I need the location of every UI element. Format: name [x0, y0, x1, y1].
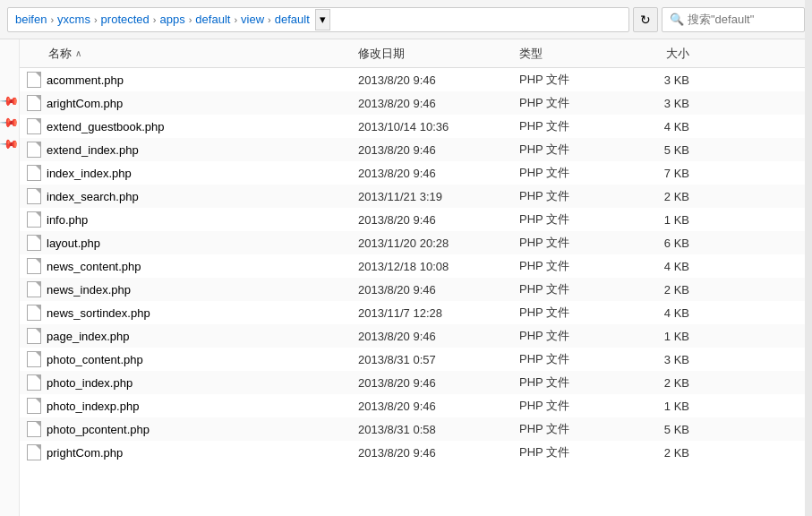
file-row[interactable]: layout.php 2013/11/20 20:28 PHP 文件 6 KB	[20, 231, 812, 254]
file-icon	[27, 444, 41, 460]
file-area: 名称 ∧ 修改日期 类型 大小 acomment.php 2013/8/20 9…	[20, 39, 812, 516]
file-row[interactable]: news_sortindex.php 2013/11/7 12:28 PHP 文…	[20, 301, 812, 324]
file-size: 3 KB	[632, 353, 704, 366]
file-name-cell: news_index.php	[23, 281, 355, 297]
breadcrumb-item-2[interactable]: protected	[101, 13, 150, 26]
file-type: PHP 文件	[516, 211, 632, 228]
col-header-modified[interactable]: 修改日期	[355, 46, 516, 62]
search-icon: 🔍	[670, 13, 684, 26]
file-icon	[27, 281, 41, 297]
search-input[interactable]	[688, 13, 795, 26]
file-name-cell: index_search.php	[23, 188, 355, 204]
file-row[interactable]: page_index.php 2013/8/20 9:46 PHP 文件 1 K…	[20, 324, 812, 348]
file-row[interactable]: extend_index.php 2013/8/20 9:46 PHP 文件 5…	[20, 138, 812, 161]
file-icon	[27, 398, 41, 414]
file-icon	[27, 351, 41, 367]
file-date: 2013/11/20 20:28	[355, 236, 516, 250]
pin-icon-1[interactable]: 📌	[0, 111, 20, 132]
col-header-size[interactable]: 大小	[632, 46, 704, 62]
file-row[interactable]: photo_indexp.php 2013/8/20 9:46 PHP 文件 1…	[20, 394, 812, 417]
file-row[interactable]: acomment.php 2013/8/20 9:46 PHP 文件 3 KB	[20, 68, 812, 91]
main-content: 📌 📌 📌 名称 ∧ 修改日期 类型 大小 acomm	[0, 39, 812, 516]
col-type-label: 类型	[519, 46, 543, 62]
file-name-text: news_index.php	[47, 283, 131, 297]
breadcrumb-dropdown-button[interactable]: ▾	[315, 9, 330, 30]
file-type: PHP 文件	[516, 281, 632, 297]
file-name-text: info.php	[47, 213, 88, 227]
file-size: 5 KB	[632, 423, 704, 436]
file-name-text: arightCom.php	[47, 97, 123, 110]
file-name-cell: news_sortindex.php	[23, 305, 355, 321]
col-header-type[interactable]: 类型	[516, 46, 632, 62]
file-row[interactable]: news_index.php 2013/8/20 9:46 PHP 文件 2 K…	[20, 278, 812, 301]
file-name-cell: arightCom.php	[23, 95, 355, 111]
breadcrumb-sep-0: ›	[50, 14, 54, 25]
breadcrumb-item-0[interactable]: beifen	[15, 13, 47, 26]
search-box[interactable]: 🔍	[662, 7, 805, 32]
pin-icon-2[interactable]: 📌	[0, 133, 20, 153]
col-header-name[interactable]: 名称 ∧	[23, 46, 355, 62]
breadcrumb-item-6[interactable]: default	[275, 13, 310, 26]
file-size: 2 KB	[632, 446, 704, 460]
file-size: 4 KB	[632, 120, 704, 133]
file-date: 2013/8/20 9:46	[355, 330, 516, 343]
breadcrumb-item-1[interactable]: yxcms	[57, 13, 90, 26]
file-type: PHP 文件	[516, 235, 632, 251]
file-row[interactable]: arightCom.php 2013/8/20 9:46 PHP 文件 3 KB	[20, 91, 812, 115]
file-name-cell: index_index.php	[23, 165, 355, 181]
file-icon	[27, 305, 41, 321]
refresh-icon: ↻	[640, 13, 651, 27]
file-size: 2 KB	[632, 190, 704, 203]
file-icon	[27, 118, 41, 134]
file-date: 2013/8/20 9:46	[355, 213, 516, 227]
file-name-text: photo_index.php	[47, 376, 132, 390]
sidebar-pins: 📌 📌 📌	[0, 39, 20, 516]
file-row[interactable]: photo_content.php 2013/8/31 0:57 PHP 文件 …	[20, 348, 812, 371]
file-icon	[27, 165, 41, 181]
file-size: 2 KB	[632, 283, 704, 297]
breadcrumb-item-3[interactable]: apps	[159, 13, 184, 26]
file-list: acomment.php 2013/8/20 9:46 PHP 文件 3 KB …	[20, 68, 812, 516]
file-icon	[27, 258, 41, 274]
file-icon	[27, 235, 41, 251]
file-type: PHP 文件	[516, 305, 632, 321]
file-size: 6 KB	[632, 236, 704, 250]
file-row[interactable]: index_search.php 2013/11/21 3:19 PHP 文件 …	[20, 185, 812, 208]
breadcrumb-sep-2: ›	[153, 14, 157, 25]
file-name-cell: layout.php	[23, 235, 355, 251]
file-name-cell: extend_guestbook.php	[23, 118, 355, 134]
file-type: PHP 文件	[516, 398, 632, 414]
file-row[interactable]: extend_guestbook.php 2013/10/14 10:36 PH…	[20, 115, 812, 138]
file-name-cell: prightCom.php	[23, 444, 355, 460]
file-date: 2013/8/20 9:46	[355, 73, 516, 87]
file-date: 2013/11/7 12:28	[355, 306, 516, 320]
file-icon	[27, 95, 41, 111]
file-name-cell: acomment.php	[23, 72, 355, 88]
file-name-text: news_content.php	[47, 260, 141, 273]
breadcrumb-item-4[interactable]: default	[195, 13, 230, 26]
column-header: 名称 ∧ 修改日期 类型 大小	[20, 39, 812, 68]
file-row[interactable]: index_index.php 2013/8/20 9:46 PHP 文件 7 …	[20, 161, 812, 185]
file-name-text: photo_content.php	[47, 353, 143, 366]
file-row[interactable]: prightCom.php 2013/8/20 9:46 PHP 文件 2 KB	[20, 441, 812, 464]
file-row[interactable]: info.php 2013/8/20 9:46 PHP 文件 1 KB	[20, 208, 812, 231]
file-date: 2013/11/21 3:19	[355, 190, 516, 203]
file-icon	[27, 374, 41, 391]
file-name-text: prightCom.php	[47, 446, 123, 460]
file-type: PHP 文件	[516, 374, 632, 391]
pin-icon-0[interactable]: 📌	[0, 90, 20, 110]
breadcrumb-item-5[interactable]: view	[241, 13, 264, 26]
breadcrumb[interactable]: beifen › yxcms › protected › apps › defa…	[7, 7, 629, 32]
resize-handle[interactable]	[805, 0, 812, 516]
file-row[interactable]: news_content.php 2013/12/18 10:08 PHP 文件…	[20, 254, 812, 278]
file-date: 2013/8/20 9:46	[355, 376, 516, 390]
file-size: 1 KB	[632, 330, 704, 343]
file-icon	[27, 188, 41, 204]
file-size: 5 KB	[632, 143, 704, 157]
refresh-button[interactable]: ↻	[633, 7, 658, 32]
file-row[interactable]: photo_index.php 2013/8/20 9:46 PHP 文件 2 …	[20, 371, 812, 394]
breadcrumb-sep-1: ›	[94, 14, 98, 25]
file-row[interactable]: photo_pcontent.php 2013/8/31 0:58 PHP 文件…	[20, 417, 812, 441]
file-icon	[27, 328, 41, 344]
col-modified-label: 修改日期	[358, 46, 405, 62]
